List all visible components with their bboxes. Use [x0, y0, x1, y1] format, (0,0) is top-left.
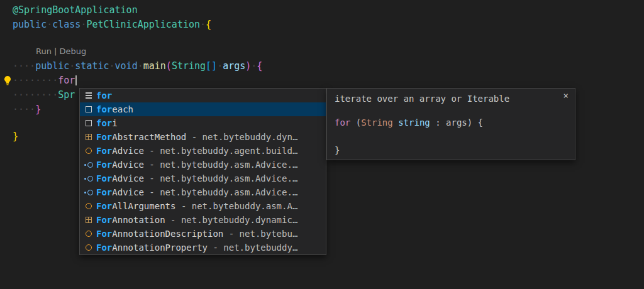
token: ( — [166, 60, 172, 72]
codelens-debug-link[interactable]: Debug — [60, 46, 87, 56]
code-line[interactable]: ····} — [13, 102, 41, 117]
suggestion-label: Advice — [112, 160, 144, 170]
token: for — [58, 75, 75, 86]
interface-icon — [83, 187, 94, 197]
code-line[interactable]: public·class·PetClinicApplication·{ — [13, 18, 211, 32]
suggestion-item[interactable]: ForAllArguments - net.bytebuddy.asm.A… — [80, 199, 326, 213]
suggestion-label: AbstractMethod — [112, 132, 186, 142]
token: ···· — [13, 60, 35, 72]
code-line[interactable]: ····public·static·void·main(String[]·arg… — [13, 59, 262, 74]
token: ········ — [13, 89, 58, 101]
suggestion-item[interactable]: ForAnnotationDescription - net.bytebu… — [80, 227, 326, 241]
suggestion-detail: - net.bytebuddy.asm.Advice.… — [144, 173, 297, 183]
code-line-cursor[interactable]: ········for — [13, 74, 77, 88]
token: ) — [245, 60, 251, 72]
suggestion-label: AllArguments — [112, 201, 175, 211]
suggestion-match: For — [96, 201, 112, 211]
token: · — [217, 60, 223, 72]
suggestion-label: i — [112, 118, 117, 128]
token: : args) { — [430, 117, 483, 128]
token: public — [13, 19, 47, 30]
suggestion-item[interactable]: ForAdvice - net.bytebuddy.asm.Advice.… — [80, 185, 326, 199]
suggestion-item[interactable]: ForAdvice - net.bytebuddy.agent.build… — [80, 144, 326, 158]
token: · — [200, 19, 206, 30]
module-icon — [83, 215, 94, 225]
suggestion-label: each — [112, 104, 133, 114]
token: · — [251, 60, 257, 72]
token: Spr — [58, 89, 75, 101]
suggestion-label: Advice — [112, 187, 144, 197]
token: main — [143, 60, 166, 72]
suggestion-detail: - net.bytebuddy.asm.Advice.… — [144, 160, 297, 170]
interface-icon — [83, 160, 94, 170]
token: ( — [350, 117, 361, 128]
suggestion-item[interactable]: ForAdvice - net.bytebuddy.asm.Advice.… — [80, 172, 326, 185]
suggestion-match: For — [96, 243, 112, 253]
suggestion-match: for — [96, 90, 112, 101]
token: · — [109, 60, 115, 72]
token: static — [75, 60, 109, 72]
token: ········ — [13, 75, 58, 86]
docs-summary: iterate over an array or Iterable — [335, 94, 509, 104]
token: String — [361, 117, 393, 128]
docs-code-line: } — [335, 144, 340, 156]
class-icon — [83, 146, 94, 156]
suggestion-item-selected[interactable]: foreach — [80, 102, 326, 116]
token — [75, 75, 77, 85]
suggestion-detail: - net.bytebuddy.dynamic… — [165, 215, 298, 225]
token: String — [172, 60, 206, 72]
token: { — [206, 19, 211, 30]
token: args — [223, 60, 245, 72]
suggestion-detail: - net.bytebuddy.dyn… — [186, 132, 297, 142]
module-icon — [83, 132, 94, 142]
suggest-docs-panel: iterate over an array or Iterable × for … — [326, 88, 575, 160]
suggestion-match: For — [96, 229, 112, 239]
suggestion-detail: - net.bytebuddy… — [208, 243, 297, 253]
suggestion-item[interactable]: ForAbstractMethod - net.bytebuddy.dyn… — [80, 130, 326, 144]
token: class — [52, 19, 80, 30]
token: } — [13, 131, 18, 142]
suggestion-item[interactable]: for — [80, 89, 326, 102]
suggestion-match: For — [96, 146, 112, 156]
codelens-run-link[interactable]: Run — [36, 46, 52, 56]
token: void — [115, 60, 138, 72]
suggestion-item[interactable]: ForAnnotationProperty - net.bytebuddy… — [80, 241, 326, 254]
suggestion-match: for — [96, 118, 112, 128]
suggestion-item[interactable]: ForAnnotation - net.bytebuddy.dynamic… — [80, 213, 326, 227]
token: } — [35, 104, 41, 115]
class-icon — [83, 201, 94, 211]
suggestion-detail: - net.bytebuddy.asm.A… — [175, 201, 297, 211]
suggest-widget: for foreach fori ForAbstractMethod - net… — [79, 88, 326, 255]
lightbulb-icon[interactable] — [3, 75, 13, 85]
token: · — [47, 19, 52, 30]
code-line[interactable]: } — [13, 129, 18, 144]
token: ···· — [13, 104, 35, 115]
close-icon[interactable]: × — [564, 90, 569, 101]
token: { — [257, 60, 262, 72]
suggestion-item[interactable]: ForAdvice - net.bytebuddy.asm.Advice.… — [80, 158, 326, 172]
suggestion-label: AnnotationDescription — [112, 229, 223, 239]
codelens: Run | Debug — [36, 46, 86, 57]
token: · — [138, 60, 143, 72]
keyword-icon — [83, 90, 94, 101]
suggestion-detail: - net.bytebu… — [223, 229, 297, 239]
suggestion-match: For — [96, 215, 112, 225]
interface-icon — [83, 173, 94, 183]
code-line[interactable]: ········Spr — [13, 88, 75, 102]
code-line[interactable]: @SpringBootApplication — [13, 3, 138, 18]
token: PetClinicApplication — [86, 19, 200, 30]
suggestion-detail: - net.bytebuddy.agent.build… — [144, 146, 297, 156]
token: · — [69, 60, 75, 72]
suggestion-item[interactable]: fori — [80, 116, 326, 130]
token: [] — [206, 60, 217, 72]
token: } — [335, 145, 340, 155]
suggestion-match: For — [96, 173, 112, 183]
token: @SpringBootApplication — [13, 4, 138, 16]
suggestion-label: Annotation — [112, 215, 165, 225]
suggestion-match: For — [96, 132, 112, 142]
suggestion-label: Advice — [112, 146, 144, 156]
class-icon — [83, 243, 94, 253]
vscode-editor: { "colors": { "bg": "#1f1f1f", "fg": "#d… — [0, 0, 644, 289]
token: for — [335, 117, 350, 128]
suggestion-detail: - net.bytebuddy.asm.Advice.… — [144, 187, 297, 197]
